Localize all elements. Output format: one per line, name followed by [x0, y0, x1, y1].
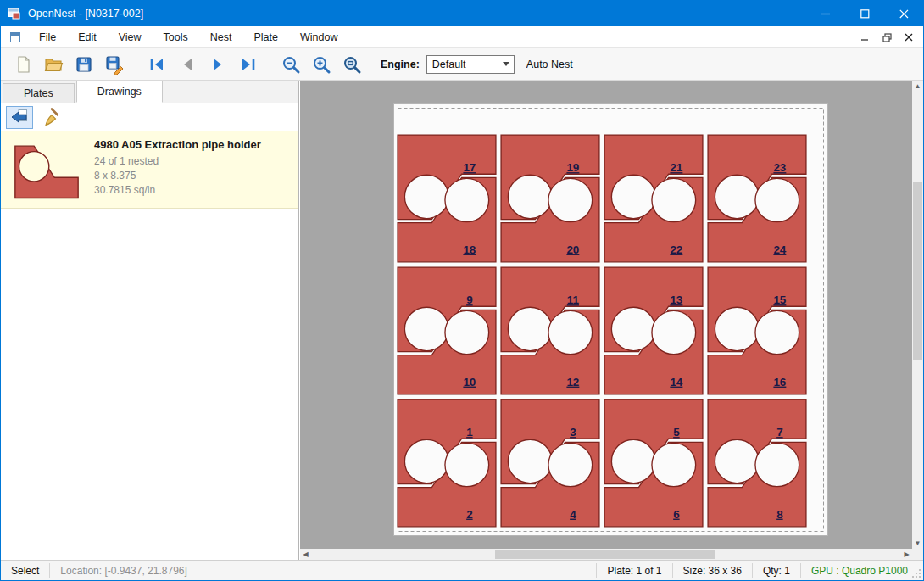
part-number[interactable]: 15	[773, 293, 786, 306]
first-plate-button[interactable]	[142, 51, 171, 78]
tab-plates[interactable]: Plates	[3, 83, 75, 103]
last-plate-button[interactable]	[234, 51, 263, 78]
menu-tools[interactable]: Tools	[153, 28, 199, 47]
part-number[interactable]: 21	[670, 161, 682, 174]
part-number[interactable]: 20	[566, 243, 579, 256]
menu-plate[interactable]: Plate	[242, 28, 289, 47]
part-number[interactable]: 18	[463, 243, 476, 256]
pipe-notch	[548, 178, 593, 221]
mdi-restore-icon	[882, 33, 892, 42]
pipe-notch	[611, 439, 655, 483]
part-number[interactable]: 8	[776, 508, 783, 521]
close-button[interactable]	[884, 1, 923, 26]
part-thumbnail	[8, 137, 86, 203]
mdi-minimize-button[interactable]	[854, 28, 876, 47]
vertical-scrollbar[interactable]: ▲ ▼	[912, 81, 923, 549]
nested-part-pair[interactable]: 910	[398, 267, 496, 394]
tab-drawings[interactable]: Drawings	[76, 81, 163, 103]
scroll-up-arrow[interactable]: ▲	[912, 81, 923, 92]
maximize-button[interactable]	[845, 1, 884, 26]
minimize-button[interactable]	[806, 1, 845, 26]
nested-part-pair[interactable]: 12	[398, 399, 496, 527]
drawings-panel: 4980 A05 Extraction pipe holder 24 of 1 …	[1, 103, 298, 560]
menu-window[interactable]: Window	[289, 28, 348, 47]
nested-part-pair[interactable]: 78	[708, 399, 806, 527]
vertical-scroll-thumb[interactable]	[913, 182, 922, 360]
drawing-list-item[interactable]: 4980 A05 Extraction pipe holder 24 of 1 …	[1, 131, 298, 209]
scroll-down-arrow[interactable]: ▼	[912, 538, 923, 549]
titlebar[interactable]: OpenNest - [N0317-002]	[1, 1, 923, 26]
mdi-minimize-icon	[860, 33, 869, 42]
mdi-close-button[interactable]	[898, 28, 920, 47]
replace-drawing-button[interactable]	[6, 106, 33, 129]
zoom-in-icon	[311, 54, 331, 75]
nested-part-pair[interactable]: 1112	[501, 267, 599, 394]
broom-icon	[40, 107, 60, 127]
nested-part-pair[interactable]: 2324	[708, 135, 806, 262]
scroll-left-arrow[interactable]: ◀	[300, 549, 311, 560]
new-button[interactable]	[8, 51, 37, 78]
pipe-notch	[548, 310, 593, 354]
clean-button[interactable]	[36, 106, 64, 129]
save-icon	[74, 54, 94, 75]
open-button[interactable]	[39, 51, 68, 78]
plate[interactable]: 171819202122232491011121314151612345678	[393, 103, 828, 536]
mdi-restore-button[interactable]	[876, 28, 898, 47]
part-number[interactable]: 5	[673, 426, 680, 439]
resize-grip[interactable]	[911, 568, 921, 578]
nested-part-pair[interactable]: 1314	[604, 267, 703, 394]
next-plate-button[interactable]	[203, 51, 232, 78]
part-number[interactable]: 3	[570, 426, 576, 439]
engine-dropdown-arrow[interactable]	[498, 56, 514, 73]
engine-select[interactable]: Default	[426, 55, 515, 74]
pipe-notch	[611, 175, 655, 218]
save-button[interactable]	[70, 51, 98, 78]
pipe-notch	[508, 307, 552, 350]
status-location: Location: [-0.9437, 21.8796]	[50, 561, 197, 580]
part-number[interactable]: 1	[466, 426, 473, 439]
zoom-in-button[interactable]	[307, 51, 336, 78]
part-number[interactable]: 14	[670, 376, 682, 388]
part-number[interactable]: 16	[773, 376, 786, 388]
part-number[interactable]: 11	[567, 293, 580, 306]
part-number[interactable]: 13	[670, 293, 682, 306]
zoom-out-icon	[281, 54, 301, 75]
nested-part-pair[interactable]: 1920	[501, 135, 599, 262]
menu-nest[interactable]: Nest	[199, 28, 243, 47]
part-number[interactable]: 2	[466, 508, 472, 521]
part-number[interactable]: 23	[773, 161, 786, 174]
status-mode: Select	[1, 561, 49, 580]
menu-view[interactable]: View	[108, 28, 153, 47]
zoom-fit-button[interactable]	[337, 51, 366, 78]
pipe-notch	[715, 439, 759, 483]
part-number[interactable]: 12	[566, 376, 579, 388]
scroll-right-arrow[interactable]: ▶	[901, 549, 912, 560]
zoom-out-button[interactable]	[276, 51, 305, 78]
part-number[interactable]: 19	[566, 161, 579, 174]
horizontal-scrollbar[interactable]: ◀ ▶	[300, 549, 912, 560]
menu-file[interactable]: File	[28, 28, 67, 47]
menu-edit[interactable]: Edit	[67, 28, 108, 47]
nested-part-pair[interactable]: 1718	[398, 135, 496, 262]
nest-canvas[interactable]: 171819202122232491011121314151612345678 …	[300, 81, 923, 560]
previous-plate-button[interactable]	[173, 51, 202, 78]
nested-part-pair[interactable]: 1516	[708, 267, 806, 394]
auto-nest-button[interactable]: Auto Nest	[526, 59, 573, 70]
part-number[interactable]: 24	[773, 243, 786, 256]
pipe-notch	[508, 175, 552, 218]
horizontal-scroll-thumb[interactable]	[495, 550, 715, 559]
part-number[interactable]: 7	[776, 426, 782, 439]
part-number[interactable]: 6	[673, 508, 679, 521]
nested-part-pair[interactable]: 56	[604, 399, 703, 527]
save-edit-button[interactable]	[100, 51, 129, 78]
part-number[interactable]: 10	[463, 376, 476, 388]
nested-part-pair[interactable]: 34	[501, 399, 599, 527]
drawing-title: 4980 A05 Extraction pipe holder	[94, 138, 261, 151]
pipe-notch	[652, 443, 696, 486]
nested-part-pair[interactable]: 2122	[604, 135, 703, 262]
part-number[interactable]: 9	[466, 293, 472, 306]
pipe-notch	[548, 443, 593, 486]
part-number[interactable]: 4	[570, 508, 576, 521]
part-number[interactable]: 17	[463, 161, 476, 174]
part-number[interactable]: 22	[670, 243, 682, 256]
